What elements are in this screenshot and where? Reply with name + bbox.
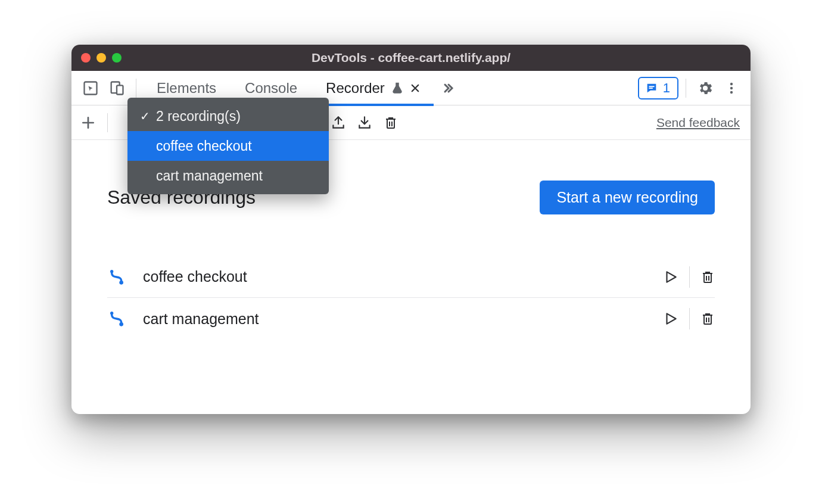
- start-recording-button[interactable]: Start a new recording: [540, 181, 715, 214]
- recording-name: cart management: [143, 310, 647, 328]
- delete-icon[interactable]: [700, 269, 715, 285]
- kebab-menu-icon[interactable]: [720, 76, 743, 100]
- divider: [686, 79, 686, 98]
- device-toggle-icon[interactable]: [105, 76, 129, 100]
- recording-dropdown: ✓ 2 recording(s) coffee checkout cart ma…: [127, 98, 329, 194]
- flow-icon: [107, 309, 127, 329]
- svg-point-6: [730, 86, 733, 89]
- close-tab-icon[interactable]: [410, 83, 421, 94]
- dropdown-summary[interactable]: ✓ 2 recording(s): [127, 101, 329, 131]
- divider: [136, 79, 136, 98]
- export-icon[interactable]: [326, 111, 350, 135]
- tab-label: Console: [245, 80, 297, 97]
- dropdown-item[interactable]: cart management: [127, 161, 329, 191]
- flow-icon: [107, 267, 127, 287]
- more-tabs-icon[interactable]: [436, 81, 460, 95]
- tab-label: Recorder: [326, 80, 385, 97]
- window-minimize-button[interactable]: [96, 53, 106, 63]
- window-titlebar: DevTools - coffee-cart.netlify.app/: [71, 45, 751, 71]
- svg-rect-3: [649, 86, 654, 87]
- settings-icon[interactable]: [693, 76, 717, 100]
- devtools-window: DevTools - coffee-cart.netlify.app/ Elem…: [71, 45, 751, 414]
- divider: [689, 308, 690, 329]
- delete-icon[interactable]: [379, 111, 403, 135]
- svg-point-10: [119, 281, 123, 285]
- window-title: DevTools - coffee-cart.netlify.app/: [71, 51, 751, 65]
- issues-badge[interactable]: 1: [638, 77, 678, 99]
- play-icon[interactable]: [663, 269, 678, 285]
- check-icon: ✓: [138, 109, 151, 123]
- dropdown-item[interactable]: coffee checkout: [127, 131, 329, 161]
- dropdown-summary-label: 2 recording(s): [156, 108, 241, 125]
- row-actions: [663, 266, 715, 288]
- svg-rect-11: [704, 273, 711, 282]
- add-recording-icon[interactable]: [76, 111, 100, 135]
- play-icon[interactable]: [663, 311, 678, 326]
- svg-rect-14: [704, 315, 711, 324]
- window-zoom-button[interactable]: [112, 53, 122, 63]
- inspect-element-icon[interactable]: [79, 76, 102, 100]
- row-actions: [663, 308, 715, 329]
- svg-rect-8: [387, 119, 394, 128]
- traffic-lights: [81, 53, 122, 63]
- svg-point-13: [119, 322, 123, 326]
- dropdown-item-label: coffee checkout: [156, 138, 252, 154]
- tab-recorder[interactable]: Recorder: [313, 71, 434, 105]
- recording-name: coffee checkout: [143, 268, 647, 285]
- experiment-icon: [391, 82, 404, 95]
- send-feedback-link[interactable]: Send feedback: [656, 116, 740, 130]
- delete-icon[interactable]: [700, 311, 715, 326]
- dropdown-item-label: cart management: [156, 168, 263, 184]
- divider: [107, 113, 108, 132]
- recording-row[interactable]: cart management: [107, 298, 715, 340]
- divider: [689, 266, 690, 288]
- svg-point-7: [730, 91, 733, 93]
- tab-label: Elements: [157, 80, 216, 97]
- issues-count: 1: [663, 80, 670, 96]
- chat-icon: [645, 82, 658, 95]
- svg-rect-4: [649, 88, 652, 89]
- window-close-button[interactable]: [81, 53, 91, 63]
- import-icon[interactable]: [353, 111, 376, 135]
- recording-row[interactable]: coffee checkout: [107, 256, 715, 298]
- recordings-list: coffee checkout: [107, 256, 715, 340]
- svg-point-5: [730, 82, 733, 85]
- svg-rect-2: [117, 85, 123, 94]
